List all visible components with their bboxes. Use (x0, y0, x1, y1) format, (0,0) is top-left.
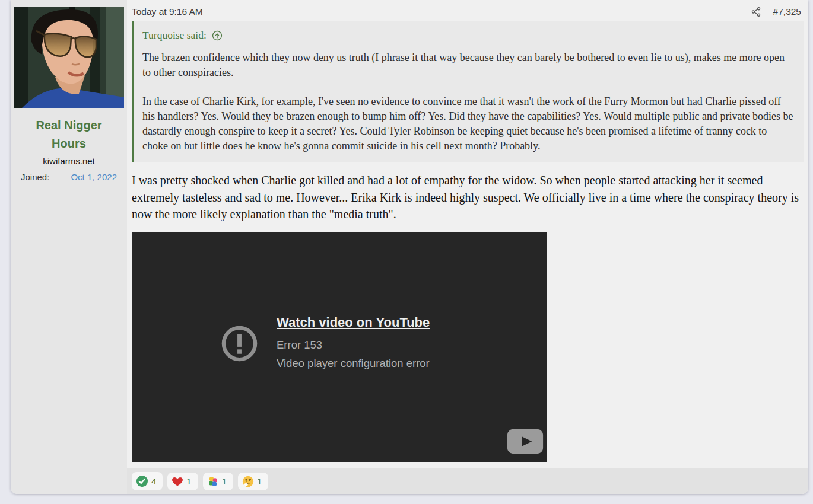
warning-icon (221, 325, 258, 362)
quote-title: Turquoise said: (142, 29, 795, 42)
post-body: Turquoise said: The brazen confidence wh… (127, 21, 808, 468)
reactions-bar: 4 1 1 (127, 468, 808, 494)
author-username[interactable]: Real Nigger Hours (21, 116, 117, 153)
reaction-count: 1 (257, 476, 262, 486)
quote-paragraph: The brazen confidence which they now den… (142, 50, 795, 80)
quote-attribution-link[interactable]: Turquoise said: (142, 29, 207, 42)
author-user-title: kiwifarms.net (14, 156, 124, 166)
post-timestamp-link[interactable]: Today at 9:16 AM (132, 7, 203, 17)
reaction-count: 1 (222, 476, 227, 486)
goto-quoted-post-icon[interactable] (212, 30, 223, 41)
post-text: I was pretty shocked when Charlie got ki… (132, 172, 804, 223)
video-error-code: Error 153 (277, 336, 430, 354)
puzzle-pieces-icon (207, 476, 219, 487)
video-error-message: Video player configuration error (277, 354, 430, 372)
joined-date-link[interactable]: Oct 1, 2022 (71, 172, 117, 182)
video-error-text: Watch video on YouTube Error 153 Video p… (277, 315, 430, 372)
share-icon[interactable] (751, 7, 761, 17)
quote-paragraph: In the case of Charlie Kirk, for example… (142, 94, 795, 154)
reaction-count: 4 (151, 476, 156, 486)
forum-post: Real Nigger Hours kiwifarms.net Joined: … (11, 0, 808, 494)
quote-block: Turquoise said: The brazen confidence wh… (132, 21, 804, 162)
video-error-panel: Watch video on YouTube Error 153 Video p… (221, 315, 430, 372)
reaction-agree[interactable]: 4 (132, 472, 163, 490)
joined-label: Joined: (21, 172, 49, 182)
reaction-autistic[interactable]: 1 (203, 473, 233, 490)
heart-icon (172, 476, 183, 487)
reaction-love[interactable]: 1 (167, 473, 198, 490)
post-header-right: #7,325 (751, 7, 801, 17)
post-header: Today at 9:16 AM #7,325 (127, 0, 808, 21)
reaction-thinking[interactable]: 1 (238, 473, 268, 490)
page-background: Real Nigger Hours kiwifarms.net Joined: … (0, 0, 813, 504)
post-author-cell: Real Nigger Hours kiwifarms.net Joined: … (11, 0, 127, 494)
youtube-embed: Watch video on YouTube Error 153 Video p… (132, 232, 547, 462)
post-content-cell: Today at 9:16 AM #7,325 (127, 0, 808, 494)
watch-on-youtube-link[interactable]: Watch video on YouTube (277, 315, 430, 330)
agree-check-icon (136, 475, 148, 487)
thinking-face-icon (242, 476, 254, 487)
joined-row: Joined: Oct 1, 2022 (21, 172, 117, 182)
youtube-play-button[interactable] (507, 429, 544, 454)
avatar[interactable] (14, 7, 124, 108)
reaction-count: 1 (186, 476, 191, 486)
avatar-portrait-image (14, 7, 124, 108)
post-number-link[interactable]: #7,325 (773, 7, 801, 17)
